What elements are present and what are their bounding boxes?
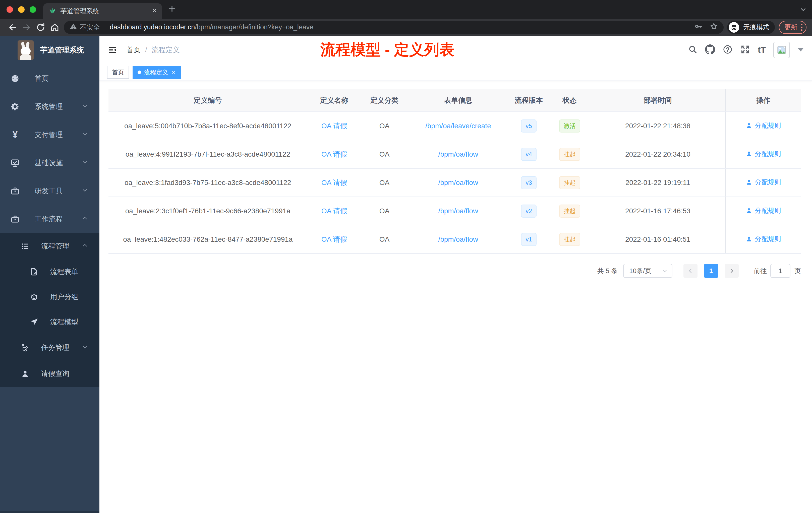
goto-page-input[interactable]	[770, 264, 790, 278]
assign-rule-link[interactable]: 分配规则	[746, 150, 781, 158]
sidebar-collapse-icon[interactable]	[107, 44, 118, 56]
avatar[interactable]	[773, 42, 790, 58]
fullscreen-icon[interactable]	[740, 44, 750, 56]
tags-view-bar: 首页 流程定义	[99, 64, 812, 81]
sidebar-item-home[interactable]: 首页	[0, 64, 99, 93]
tab-close-icon[interactable]	[151, 7, 157, 14]
definition-name-link[interactable]: OA 请假	[321, 235, 347, 243]
pagination-total: 共 5 条	[597, 267, 618, 275]
sidebar-item-infrastructure[interactable]: 基础设施	[0, 149, 99, 177]
address-bar[interactable]: 不安全 dashboard.yudao.iocoder.cn/bpm/manag…	[64, 21, 724, 34]
definition-id-cell: oa_leave:1:482ec033-762a-11ec-8477-a2380…	[109, 225, 307, 253]
security-label[interactable]: 不安全	[80, 23, 100, 32]
sidebar-logo-row[interactable]: 芋道管理系统	[0, 36, 99, 64]
sidebar-item-workflow[interactable]: 工作流程	[0, 205, 99, 233]
url-text[interactable]: dashboard.yudao.iocoder.cn/bpm/manager/d…	[110, 23, 690, 31]
monitor-icon	[10, 158, 20, 168]
tab-title: 芋道管理系统	[60, 7, 151, 16]
assign-rule-link[interactable]: 分配规则	[746, 235, 781, 243]
page-size-select[interactable]: 10条/页	[623, 264, 672, 278]
main-area: 首页 / 流程定义 流程模型 - 定义列表	[99, 36, 812, 513]
sidebar-item-user-group[interactable]: 用户分组	[0, 284, 99, 309]
sidebar-item-payment[interactable]: ¥ 支付管理	[0, 121, 99, 149]
sidebar-item-process-form[interactable]: 流程表单	[0, 259, 99, 284]
assign-rule-link[interactable]: 分配规则	[746, 121, 781, 130]
browser-tab[interactable]: 芋道管理系统	[43, 3, 162, 19]
omnibox-separator	[105, 24, 105, 31]
tag-close-icon[interactable]	[171, 70, 176, 74]
sidebar-item-process-model[interactable]: 流程模型	[0, 309, 99, 335]
sidebar: 芋道管理系统 首页 系统管理 ¥ 支付管理	[0, 36, 99, 513]
version-badge: v3	[521, 176, 536, 189]
font-size-icon[interactable]: tT	[758, 45, 766, 55]
app-title: 芋道管理系统	[40, 45, 84, 55]
close-window-button[interactable]	[6, 6, 13, 13]
github-icon[interactable]	[705, 44, 715, 56]
avatar-caret-icon[interactable]	[798, 48, 804, 52]
sidebar-item-task-management[interactable]: 任务管理	[0, 335, 99, 361]
bookmark-star-icon[interactable]	[709, 22, 718, 32]
definition-name-link[interactable]: OA 请假	[321, 150, 347, 158]
sidebar-item-label: 支付管理	[35, 130, 81, 140]
page-number-button[interactable]: 1	[704, 264, 718, 278]
definition-name-link[interactable]: OA 请假	[321, 207, 347, 215]
deploy-time-cell: 2022-01-22 20:34:10	[590, 140, 726, 169]
chrome-menu-dots-icon[interactable]	[801, 24, 803, 31]
tag-label: 流程定义	[144, 68, 168, 76]
sidebar-item-system[interactable]: 系统管理	[0, 93, 99, 121]
gear-icon	[10, 102, 20, 111]
prev-page-button[interactable]	[684, 264, 697, 278]
next-page-button[interactable]	[725, 264, 739, 278]
definition-name-link[interactable]: OA 请假	[321, 122, 347, 130]
tag-label: 首页	[112, 68, 124, 76]
form-info-link[interactable]: /bpm/oa/flow	[438, 150, 478, 158]
assign-rule-link[interactable]: 分配规则	[746, 206, 781, 215]
minimize-window-button[interactable]	[18, 6, 25, 13]
form-info-link[interactable]: /bpm/oa/flow	[438, 235, 478, 243]
sidebar-item-label: 基础设施	[35, 158, 81, 168]
form-info-link[interactable]: /bpm/oa/flow	[438, 179, 478, 186]
select-caret-icon	[662, 268, 668, 274]
traffic-lights	[0, 0, 43, 19]
chrome-update-button[interactable]: 更新	[779, 21, 807, 34]
form-info-link[interactable]: /bpm/oa/flow	[438, 207, 478, 215]
tab-search-caret-icon[interactable]	[800, 5, 807, 14]
not-secure-warning-icon	[69, 22, 77, 32]
forward-button[interactable]	[20, 20, 34, 34]
deploy-time-cell: 2022-01-22 19:19:11	[590, 169, 726, 197]
assign-rule-link[interactable]: 分配规则	[746, 178, 781, 187]
version-badge: v2	[521, 205, 536, 218]
back-button[interactable]	[5, 20, 20, 34]
sidebar-item-label: 请假查询	[41, 369, 88, 379]
status-badge: 挂起	[559, 148, 580, 161]
sidebar-item-leave-query[interactable]: 请假查询	[0, 361, 99, 387]
definition-id-cell: oa_leave:4:991f2193-7b7f-11ec-a3c8-acde4…	[109, 140, 307, 169]
reload-button[interactable]	[34, 20, 48, 34]
sidebar-item-label: 流程管理	[41, 241, 81, 251]
home-button[interactable]	[48, 20, 62, 34]
favicon-sprout-icon	[49, 7, 56, 15]
search-icon[interactable]	[688, 45, 697, 55]
table-row: oa_leave:1:482ec033-762a-11ec-8477-a2380…	[109, 225, 801, 253]
status-badge: 挂起	[559, 205, 580, 218]
chevron-down-icon	[81, 102, 88, 111]
new-tab-button[interactable]	[168, 0, 176, 19]
sidebar-item-label: 流程模型	[50, 317, 88, 327]
sidebar-item-devtools[interactable]: 研发工具	[0, 177, 99, 205]
help-icon[interactable]	[723, 44, 733, 56]
status-badge: 挂起	[559, 176, 580, 189]
password-key-icon[interactable]	[694, 22, 702, 32]
tag-process-definition[interactable]: 流程定义	[133, 66, 181, 79]
form-info-link[interactable]: /bpm/oa/leave/create	[425, 122, 491, 130]
toolbox-icon	[10, 186, 20, 195]
table-row: oa_leave:5:004b710b-7b8a-11ec-8ef0-acde4…	[109, 112, 801, 140]
definition-table: 定义编号 定义名称 定义分类 表单信息 流程版本 状态 部署时间 操作 oa_l	[109, 89, 801, 254]
tag-home[interactable]: 首页	[107, 66, 129, 79]
definition-name-link[interactable]: OA 请假	[321, 179, 347, 186]
breadcrumb-home[interactable]: 首页	[126, 45, 141, 55]
zoom-window-button[interactable]	[30, 6, 36, 13]
sidebar-item-process-management[interactable]: 流程管理	[0, 233, 99, 259]
definition-category-cell: OA	[361, 169, 408, 197]
sidebar-item-label: 工作流程	[35, 214, 81, 224]
browser-toolbar: 不安全 dashboard.yudao.iocoder.cn/bpm/manag…	[0, 19, 812, 36]
